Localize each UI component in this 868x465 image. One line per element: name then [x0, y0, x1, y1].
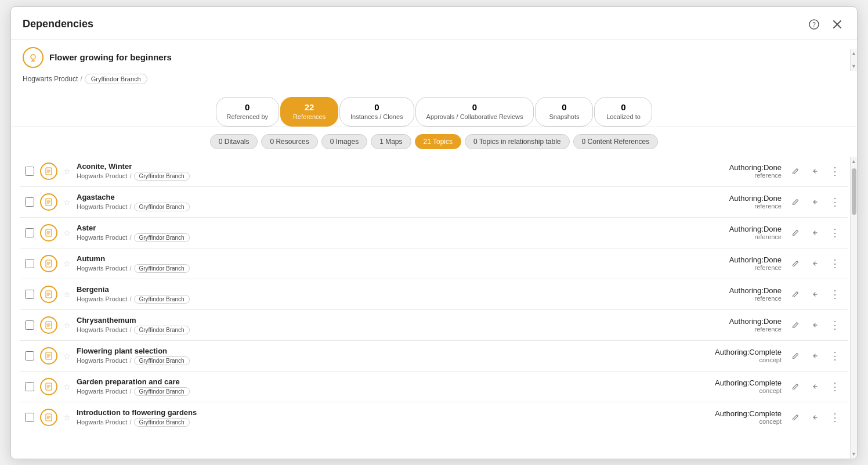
item-path-6: Hogwarts Product / Gryffindor Branch	[77, 356, 683, 365]
tab-label-1: References	[293, 113, 326, 120]
item-more-button-4[interactable]: ⋮	[827, 286, 843, 302]
item-back-button-0[interactable]	[807, 163, 823, 179]
item-star-3[interactable]: ☆	[63, 259, 71, 268]
item-edit-button-7[interactable]	[787, 379, 804, 395]
item-actions-6: ⋮	[787, 348, 843, 364]
list-scroll-down[interactable]: ▼	[851, 449, 856, 459]
item-path-prefix-3: Hogwarts Product	[77, 265, 127, 272]
item-star-4[interactable]: ☆	[63, 290, 71, 299]
item-star-7[interactable]: ☆	[63, 382, 71, 391]
filter-tab-1[interactable]: 0 Resources	[261, 134, 317, 149]
item-more-button-1[interactable]: ⋮	[827, 194, 843, 210]
tab-label-2: Instances / Clones	[350, 113, 403, 120]
item-status-4: Authoring:Done reference	[689, 286, 782, 302]
close-button[interactable]	[829, 16, 845, 33]
modal-container: Dependencies ? ▲ ▼	[10, 6, 858, 459]
item-more-button-0[interactable]: ⋮	[827, 163, 843, 179]
item-more-button-5[interactable]: ⋮	[827, 317, 843, 333]
item-star-5[interactable]: ☆	[63, 320, 71, 330]
item-back-button-7[interactable]	[807, 379, 823, 395]
item-path-prefix-4: Hogwarts Product	[77, 295, 127, 302]
items-list: ☆ Aconite, Winter Hogwarts Product / Gry…	[11, 156, 857, 459]
item-checkbox-4[interactable]	[25, 290, 34, 299]
item-checkbox-5[interactable]	[25, 320, 34, 330]
item-content-7: Garden preparation and care Hogwarts Pro…	[77, 377, 683, 396]
item-star-2[interactable]: ☆	[63, 228, 71, 237]
item-checkbox-7[interactable]	[25, 382, 34, 391]
item-checkbox-6[interactable]	[25, 351, 34, 361]
item-edit-button-2[interactable]	[787, 225, 804, 241]
item-path-sep-0: /	[129, 172, 131, 179]
item-edit-button-5[interactable]	[787, 317, 804, 333]
main-tab-5[interactable]: 0Localized to	[594, 97, 652, 127]
item-back-button-2[interactable]	[807, 225, 823, 241]
main-tab-0[interactable]: 0Referenced by	[216, 97, 280, 127]
item-checkbox-8[interactable]	[25, 413, 34, 422]
doc-title: Flower growing for beginners	[49, 52, 172, 62]
item-more-button-2[interactable]: ⋮	[827, 225, 843, 241]
filter-tab-3[interactable]: 1 Maps	[371, 134, 411, 149]
filter-tab-4[interactable]: 21 Topics	[415, 134, 461, 149]
tab-label-3: Approvals / Collaborative Reviews	[426, 113, 523, 120]
item-checkbox-1[interactable]	[25, 197, 34, 207]
item-back-button-5[interactable]	[807, 317, 823, 333]
item-edit-button-1[interactable]	[787, 194, 804, 210]
item-more-button-3[interactable]: ⋮	[827, 255, 843, 272]
filter-tab-6[interactable]: 0 Content References	[573, 134, 659, 149]
item-edit-button-8[interactable]	[787, 409, 804, 426]
item-content-2: Aster Hogwarts Product / Gryffindor Bran…	[77, 224, 683, 242]
item-star-1[interactable]: ☆	[63, 197, 71, 207]
item-path-prefix-0: Hogwarts Product	[77, 172, 127, 179]
item-more-button-6[interactable]: ⋮	[827, 348, 843, 364]
item-edit-button-6[interactable]	[787, 348, 804, 364]
item-edit-button-4[interactable]	[787, 286, 804, 302]
item-back-button-4[interactable]	[807, 286, 823, 302]
main-tab-1[interactable]: 22References	[280, 97, 338, 127]
help-button[interactable]: ?	[806, 16, 822, 33]
main-tab-4[interactable]: 0Snapshots	[535, 97, 593, 127]
filter-tab-2[interactable]: 0 Images	[321, 134, 367, 149]
item-checkbox-3[interactable]	[25, 259, 34, 268]
item-back-button-8[interactable]	[807, 409, 823, 426]
item-status-label-4: Authoring:Done	[729, 286, 782, 295]
header-scroll-arrows: ▲ ▼	[850, 49, 857, 71]
item-back-button-1[interactable]	[807, 194, 823, 210]
item-name-2: Aster	[77, 224, 683, 232]
item-doc-icon-7	[40, 378, 57, 395]
item-back-button-6[interactable]	[807, 348, 823, 364]
scroll-up-arrow[interactable]: ▲	[851, 51, 856, 56]
item-actions-0: ⋮	[787, 163, 843, 179]
item-branch-badge-6: Gryffindor Branch	[134, 356, 190, 365]
item-status-type-3: reference	[755, 264, 782, 271]
item-star-6[interactable]: ☆	[63, 351, 71, 361]
item-name-1: Agastache	[77, 193, 683, 201]
item-status-2: Authoring:Done reference	[689, 225, 782, 240]
item-more-button-8[interactable]: ⋮	[827, 409, 843, 426]
item-checkbox-0[interactable]	[25, 167, 34, 176]
filter-tab-0[interactable]: 0 Ditavals	[210, 134, 258, 149]
item-path-sep-1: /	[129, 203, 131, 210]
item-name-5: Chrysanthemum	[77, 316, 683, 325]
scroll-down-arrow[interactable]: ▼	[851, 63, 856, 69]
filter-tab-5[interactable]: 0 Topics in relationship table	[465, 134, 570, 149]
item-path-prefix-1: Hogwarts Product	[77, 203, 127, 210]
item-content-5: Chrysanthemum Hogwarts Product / Gryffin…	[77, 316, 683, 334]
main-tab-3[interactable]: 0Approvals / Collaborative Reviews	[415, 97, 534, 127]
tab-count-3: 0	[472, 102, 477, 112]
item-checkbox-2[interactable]	[25, 228, 34, 237]
item-more-button-7[interactable]: ⋮	[827, 379, 843, 395]
item-status-type-4: reference	[755, 295, 782, 302]
item-edit-button-0[interactable]	[787, 163, 804, 179]
list-scroll-up[interactable]: ▲	[851, 157, 856, 166]
item-actions-7: ⋮	[787, 379, 843, 395]
item-star-0[interactable]: ☆	[63, 167, 71, 176]
item-status-type-6: concept	[759, 356, 782, 363]
breadcrumb-root: Hogwarts Product	[23, 75, 78, 83]
item-edit-button-3[interactable]	[787, 255, 804, 272]
list-scrollbar[interactable]: ▲ ▼	[850, 157, 857, 459]
item-path-2: Hogwarts Product / Gryffindor Branch	[77, 233, 683, 242]
main-tab-2[interactable]: 0Instances / Clones	[339, 97, 414, 127]
item-star-8[interactable]: ☆	[63, 413, 71, 422]
item-back-button-3[interactable]	[807, 255, 823, 272]
item-actions-5: ⋮	[787, 317, 843, 333]
